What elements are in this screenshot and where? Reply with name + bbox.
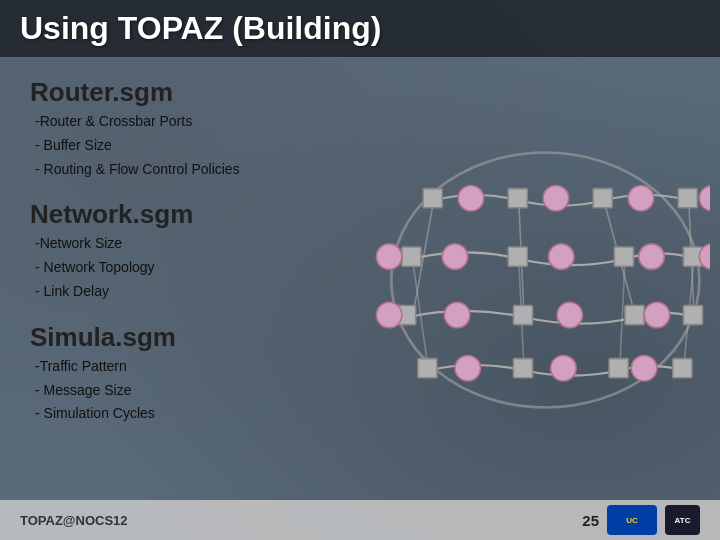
svg-rect-12 [678, 188, 697, 207]
svg-point-37 [376, 243, 402, 269]
network-item-2: - Link Delay [35, 280, 370, 304]
left-panel: Router.sgm -Router & Crossbar Ports - Bu… [30, 77, 370, 482]
svg-point-29 [549, 243, 575, 269]
svg-rect-14 [508, 247, 527, 266]
section-simula-heading: Simula.sgm [30, 322, 370, 353]
section-simula: Simula.sgm -Traffic Pattern - Message Si… [30, 322, 370, 426]
footer-logo-text: TOPAZ@NOCS12 [20, 513, 128, 528]
section-router-items: -Router & Crossbar Ports - Buffer Size -… [30, 110, 370, 181]
svg-point-25 [458, 185, 484, 211]
svg-point-27 [628, 185, 654, 211]
simula-item-2: - Simulation Cycles [35, 402, 370, 426]
router-item-0: -Router & Crossbar Ports [35, 110, 370, 134]
svg-point-26 [543, 185, 569, 211]
svg-rect-24 [673, 358, 692, 377]
right-panel [370, 77, 710, 482]
svg-point-30 [639, 243, 665, 269]
svg-rect-11 [593, 188, 612, 207]
svg-point-34 [455, 355, 481, 381]
svg-rect-18 [513, 305, 532, 324]
svg-rect-15 [614, 247, 633, 266]
svg-rect-21 [418, 358, 437, 377]
svg-point-32 [557, 302, 583, 328]
footer-page-number: 25 [582, 512, 599, 529]
svg-point-36 [631, 355, 657, 381]
svg-point-31 [444, 302, 470, 328]
title-bar: Using TOPAZ (Building) [0, 0, 720, 57]
footer-right: 25 UC ATC [582, 505, 700, 535]
network-item-1: - Network Topology [35, 256, 370, 280]
simula-item-1: - Message Size [35, 379, 370, 403]
svg-rect-23 [609, 358, 628, 377]
simula-item-0: -Traffic Pattern [35, 355, 370, 379]
svg-point-35 [551, 355, 577, 381]
svg-point-39 [699, 185, 710, 211]
router-item-1: - Buffer Size [35, 134, 370, 158]
section-router: Router.sgm -Router & Crossbar Ports - Bu… [30, 77, 370, 181]
svg-rect-10 [508, 188, 527, 207]
footer: TOPAZ@NOCS12 25 UC ATC [0, 500, 720, 540]
atc-logo: ATC [665, 505, 700, 535]
svg-rect-13 [402, 247, 421, 266]
network-item-0: -Network Size [35, 232, 370, 256]
section-network-items: -Network Size - Network Topology - Link … [30, 232, 370, 303]
svg-point-33 [644, 302, 670, 328]
section-network-heading: Network.sgm [30, 199, 370, 230]
svg-rect-20 [683, 305, 702, 324]
network-diagram [370, 110, 710, 450]
section-network: Network.sgm -Network Size - Network Topo… [30, 199, 370, 303]
svg-rect-19 [625, 305, 644, 324]
uc-logo: UC [607, 505, 657, 535]
page-title: Using TOPAZ (Building) [20, 10, 381, 47]
svg-point-28 [442, 243, 468, 269]
main-content: Router.sgm -Router & Crossbar Ports - Bu… [0, 57, 720, 502]
svg-point-38 [376, 302, 402, 328]
svg-rect-9 [423, 188, 442, 207]
section-router-heading: Router.sgm [30, 77, 370, 108]
svg-rect-22 [513, 358, 532, 377]
router-item-2: - Routing & Flow Control Policies [35, 158, 370, 182]
section-simula-items: -Traffic Pattern - Message Size - Simula… [30, 355, 370, 426]
